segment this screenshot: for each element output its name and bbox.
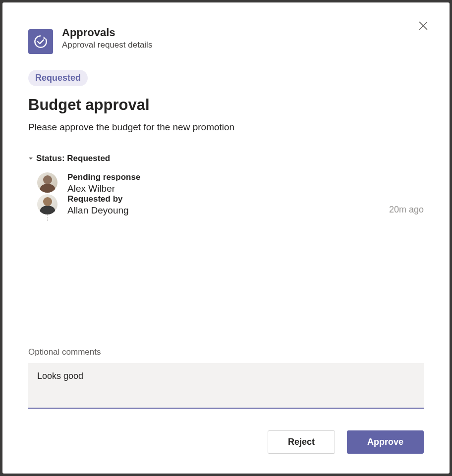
avatar <box>37 172 57 193</box>
request-title: Budget approval <box>28 96 424 114</box>
status-section: Status: Requested Pending response Alex … <box>28 154 424 216</box>
approver-status-label: Pending response <box>67 172 424 182</box>
avatar <box>37 194 57 214</box>
approve-button[interactable]: Approve <box>347 430 424 454</box>
approver-name: Allan Deyoung <box>67 205 389 216</box>
comments-input[interactable] <box>28 363 424 409</box>
comments-label: Optional comments <box>28 347 424 357</box>
approvals-app-icon <box>28 29 53 54</box>
approver-item: Pending response Alex Wilber <box>37 172 424 194</box>
timestamp: 20m ago <box>389 205 424 215</box>
request-description: Please approve the budget for the new pr… <box>28 122 424 133</box>
approver-row: Requested by Allan Deyoung 20m ago <box>67 194 424 216</box>
close-icon <box>419 21 428 30</box>
close-button[interactable] <box>415 17 432 36</box>
approver-name: Alex Wilber <box>67 183 424 194</box>
dialog-footer: Reject Approve <box>28 430 424 454</box>
approver-list: Pending response Alex Wilber Requested b… <box>28 172 424 216</box>
approver-info: Pending response Alex Wilber <box>67 172 424 194</box>
spacer <box>28 226 424 347</box>
header-text: Approvals Approval request details <box>62 26 152 50</box>
app-title: Approvals <box>62 26 152 39</box>
reject-button[interactable]: Reject <box>268 430 335 454</box>
checkmark-circle-icon <box>34 35 48 49</box>
comments-section: Optional comments <box>28 347 424 411</box>
status-badge: Requested <box>28 70 88 86</box>
status-header-toggle[interactable]: Status: Requested <box>28 154 424 163</box>
app-subtitle: Approval request details <box>62 40 152 50</box>
dialog-header: Approvals Approval request details <box>28 26 424 54</box>
approver-status-label: Requested by <box>67 194 389 204</box>
chevron-down-icon <box>28 156 33 161</box>
status-header-label: Status: Requested <box>36 154 110 163</box>
approval-dialog: Approvals Approval request details Reque… <box>2 2 450 474</box>
approver-info: Requested by Allan Deyoung <box>67 194 389 216</box>
approver-item: Requested by Allan Deyoung 20m ago <box>37 194 424 216</box>
